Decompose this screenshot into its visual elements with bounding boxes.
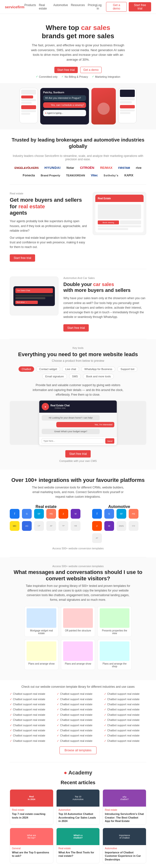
checklist-col-3: ✓ Chatbot support real estate ✓ Chatbot … [104,691,146,744]
nav-real-estate[interactable]: Real estate [39,3,50,10]
auto-image: Car Sales Chat Test drive → [10,277,59,315]
article-img-5: What's achatbot? [57,828,100,845]
check-item: ✓ Chatbot support real estate [104,738,146,744]
check-item: ✓ Chatbot support real estate [57,728,99,733]
articles-section: ● Academy Recent articles Realin 2024 Re… [0,762,156,868]
article-card-4[interactable]: What arethe top? General What are the To… [10,828,53,863]
checklist-col-2: ✓ Chatbot support real estate ✓ Chatbot … [57,691,99,744]
article-card-2[interactable]: Top 10Automotive Automotive Top 10 Autom… [56,789,100,825]
browse-templates-button[interactable]: Browse all templates [60,746,97,754]
pill-whatsapp[interactable]: WhatsApp for Business [81,366,115,372]
auto-heading: Double your car sales with more buyers a… [63,281,146,293]
check-item: ✓ Chatbot support real estate [57,702,99,707]
pill-chatbot[interactable]: Chatbot [19,366,34,372]
demo-button[interactable]: Get a demo [106,2,127,12]
pill-more[interactable]: Book and more tools [83,374,114,379]
article-body-4: General What are the Top 5 questions to … [10,845,53,860]
icon-mailchimp: MC [10,521,20,531]
check-item: ✓ Chatbot support real estate [104,702,146,707]
auto-integrations-label: Automotive [92,504,146,509]
article-img-3: whychatbot? [103,789,146,807]
hero-trial-button[interactable]: Start free trial [54,67,78,73]
pill-contact[interactable]: Contact widget [36,366,60,372]
integrations-real-estate-col: Real estate f G SF HS Z M MC AC CF AF TP… [10,504,83,543]
check-item: ✓ Chatbot support real estate [57,697,99,702]
check-item: ✓ Chatbot support real estate [57,723,99,728]
template-img-1 [27,608,56,628]
template-card-5[interactable]: Plans and arrange show [61,639,95,670]
hero-demo-button[interactable]: Get a demo [80,67,102,73]
template-img-5 [63,642,93,661]
pill-live-chat[interactable]: Live chat [62,366,79,372]
checklist-section: Check out our website conversion templat… [0,680,156,762]
article-label-6: Automotive [105,847,144,850]
logo-rive: rive [136,166,142,169]
article-card-5[interactable]: What's achatbot? Real estate What Are Th… [56,828,100,863]
brand-logo[interactable]: servicefirm [5,5,24,9]
auto-integration-icons: f G SF HS Z M DMS CG AT [92,509,146,543]
pill-email[interactable]: Email signature [42,374,67,379]
check-item: ✓ Chatbot support real estate [57,717,99,722]
pills-container: Chatbot Contact widget Live chat WhatsAp… [10,366,146,379]
leads-body: Provide fast and valuable customer suppo… [29,383,127,397]
icon-sf-auto: SF [117,509,126,519]
article-card-6[interactable]: Importanceof Chatbot Automotive Importan… [103,828,146,863]
icon-ac: AC [22,521,32,531]
article-card-1[interactable]: Realin 2024 Real estate Top 7 real estat… [10,789,53,825]
template-card-2[interactable]: Off painted the structure [61,606,95,637]
check-item: ✓ Chatbot support real estate [104,691,146,696]
feature-label: Real estate [10,192,88,195]
template-name-3: Presents properties the view [100,629,129,634]
automotive-section: Car Sales Chat Test drive → Automotive A… [0,269,156,339]
integrations-section: Over 100+ integrations with your favouri… [0,470,156,557]
auto-cta[interactable]: Start free trial [63,324,89,332]
check-item: ✓ Chatbot support real estate [57,712,99,717]
template-card-4[interactable]: Plans and arrange show [24,639,59,670]
chat-input-preview[interactable] [42,438,104,444]
trial-button[interactable]: Start free trial [129,2,151,11]
nav-products[interactable]: Products [24,3,36,10]
icon-cargurus: CG [129,521,138,531]
template-img-3 [100,608,129,628]
icon-autotrader: AT [92,533,102,543]
feature-heading: Get more buyers and sellers for real est… [10,197,88,216]
icon-fb-auto: f [92,509,102,519]
badge-2: ✓ No Billing & Privacy [61,75,88,78]
login-button[interactable]: Log in [97,3,104,10]
icon-salesforce: SF [34,509,44,519]
icon-fb: f [10,509,20,519]
template-card-6[interactable]: Plans and arrange the shop [97,639,132,670]
icon-zap-auto: Z [92,521,102,531]
icon-google: G [22,509,32,519]
logo-teamjordan: TEAMJORDAN [66,174,85,177]
article-img-6: Importanceof Chatbot [103,828,146,845]
nav-automotive[interactable]: Automotive [53,3,68,10]
pill-support[interactable]: Support bot [117,366,137,372]
logo-remax: RE/MAX [100,166,113,169]
leads-note: Compatible with your own CMS [10,460,146,462]
chat-send-preview[interactable]: Send [105,438,114,444]
logo-fonecta: Fonecta [23,174,35,177]
leads-cta[interactable]: Start free trial [65,450,91,458]
real-estate-cta[interactable]: Start free trial [10,254,35,261]
article-label-3: Real estate [105,809,144,811]
nav-resources[interactable]: Resources [71,3,85,10]
article-title-2: Top 10 Automotive Chatbot Accelerating C… [59,812,98,823]
templates-grid: Mortgage widget real estate Off painted … [10,606,146,670]
articles-heading: Recent articles [10,780,146,785]
pill-sms[interactable]: SMS [69,374,81,379]
logo-hyundai: HYUNDAI [44,166,61,169]
trust-section: Trusted by leading brokerages and automo… [0,129,156,184]
article-body-5: Real estate What Are The Best Tools for … [57,845,100,860]
article-card-3[interactable]: whychatbot? Real estate Introducing Serv… [103,789,146,825]
check-item: ✓ Chatbot support real estate [57,738,99,744]
template-card-1[interactable]: Mortgage widget real estate [24,606,59,637]
badge-3: ✓ Marketing Integration [92,75,120,78]
icon-google-auto: G [104,509,114,519]
article-body-6: Automotive Importance of Chatbot Custome… [103,845,146,863]
template-card-3[interactable]: Presents properties the view [97,606,132,637]
nav-pricing[interactable]: Pricing [88,3,97,10]
check-item: ✓ Chatbot support real estate [10,717,52,722]
nav-actions: Log in Get a demo Start free trial [97,2,151,12]
check-item: ✓ Chatbot support real estate [104,717,146,722]
